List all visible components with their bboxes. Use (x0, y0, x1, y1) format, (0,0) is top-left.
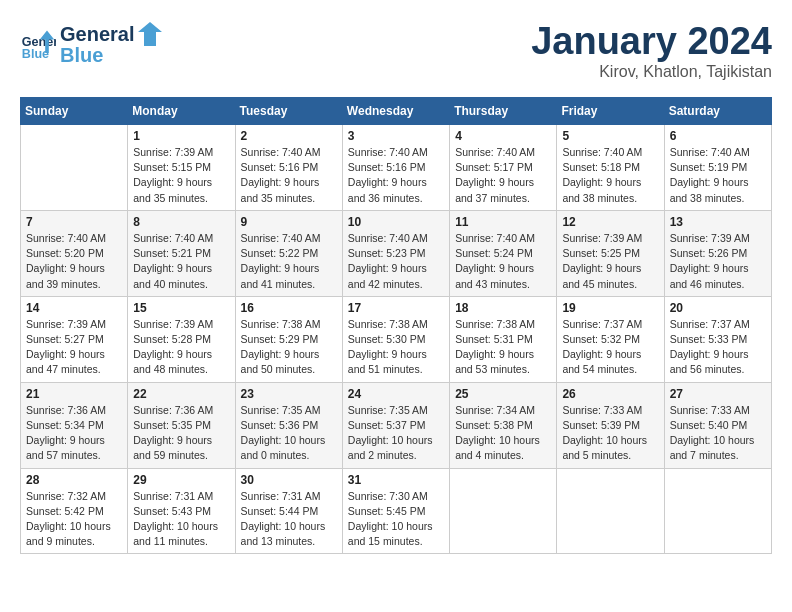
svg-text:Blue: Blue (22, 46, 49, 60)
day-info: Sunrise: 7:38 AMSunset: 5:29 PMDaylight:… (241, 318, 321, 376)
weekday-header-saturday: Saturday (664, 98, 771, 125)
day-number: 11 (455, 215, 551, 229)
day-info: Sunrise: 7:40 AMSunset: 5:20 PMDaylight:… (26, 232, 106, 290)
calendar-week-row: 21 Sunrise: 7:36 AMSunset: 5:34 PMDaylig… (21, 382, 772, 468)
weekday-header-tuesday: Tuesday (235, 98, 342, 125)
calendar-cell: 13 Sunrise: 7:39 AMSunset: 5:26 PMDaylig… (664, 210, 771, 296)
calendar-cell: 9 Sunrise: 7:40 AMSunset: 5:22 PMDayligh… (235, 210, 342, 296)
day-info: Sunrise: 7:37 AMSunset: 5:33 PMDaylight:… (670, 318, 750, 376)
calendar-cell: 6 Sunrise: 7:40 AMSunset: 5:19 PMDayligh… (664, 125, 771, 211)
day-info: Sunrise: 7:39 AMSunset: 5:28 PMDaylight:… (133, 318, 213, 376)
logo-arrow-icon (136, 20, 164, 48)
calendar-cell: 12 Sunrise: 7:39 AMSunset: 5:25 PMDaylig… (557, 210, 664, 296)
weekday-header-thursday: Thursday (450, 98, 557, 125)
calendar-cell: 27 Sunrise: 7:33 AMSunset: 5:40 PMDaylig… (664, 382, 771, 468)
day-number: 2 (241, 129, 337, 143)
day-info: Sunrise: 7:38 AMSunset: 5:31 PMDaylight:… (455, 318, 535, 376)
calendar-week-row: 28 Sunrise: 7:32 AMSunset: 5:42 PMDaylig… (21, 468, 772, 554)
day-info: Sunrise: 7:31 AMSunset: 5:44 PMDaylight:… (241, 490, 326, 548)
weekday-header-row: SundayMondayTuesdayWednesdayThursdayFrid… (21, 98, 772, 125)
calendar-cell: 11 Sunrise: 7:40 AMSunset: 5:24 PMDaylig… (450, 210, 557, 296)
day-info: Sunrise: 7:30 AMSunset: 5:45 PMDaylight:… (348, 490, 433, 548)
calendar-cell: 17 Sunrise: 7:38 AMSunset: 5:30 PMDaylig… (342, 296, 449, 382)
calendar-cell: 30 Sunrise: 7:31 AMSunset: 5:44 PMDaylig… (235, 468, 342, 554)
day-info: Sunrise: 7:33 AMSunset: 5:40 PMDaylight:… (670, 404, 755, 462)
day-info: Sunrise: 7:39 AMSunset: 5:26 PMDaylight:… (670, 232, 750, 290)
day-info: Sunrise: 7:40 AMSunset: 5:24 PMDaylight:… (455, 232, 535, 290)
calendar-table: SundayMondayTuesdayWednesdayThursdayFrid… (20, 97, 772, 554)
day-info: Sunrise: 7:31 AMSunset: 5:43 PMDaylight:… (133, 490, 218, 548)
weekday-header-wednesday: Wednesday (342, 98, 449, 125)
calendar-cell: 3 Sunrise: 7:40 AMSunset: 5:16 PMDayligh… (342, 125, 449, 211)
day-info: Sunrise: 7:35 AMSunset: 5:36 PMDaylight:… (241, 404, 326, 462)
calendar-cell: 29 Sunrise: 7:31 AMSunset: 5:43 PMDaylig… (128, 468, 235, 554)
calendar-cell: 20 Sunrise: 7:37 AMSunset: 5:33 PMDaylig… (664, 296, 771, 382)
calendar-cell: 25 Sunrise: 7:34 AMSunset: 5:38 PMDaylig… (450, 382, 557, 468)
day-info: Sunrise: 7:33 AMSunset: 5:39 PMDaylight:… (562, 404, 647, 462)
calendar-cell: 28 Sunrise: 7:32 AMSunset: 5:42 PMDaylig… (21, 468, 128, 554)
calendar-cell: 15 Sunrise: 7:39 AMSunset: 5:28 PMDaylig… (128, 296, 235, 382)
calendar-week-row: 1 Sunrise: 7:39 AMSunset: 5:15 PMDayligh… (21, 125, 772, 211)
calendar-cell: 23 Sunrise: 7:35 AMSunset: 5:36 PMDaylig… (235, 382, 342, 468)
day-number: 5 (562, 129, 658, 143)
day-info: Sunrise: 7:40 AMSunset: 5:16 PMDaylight:… (241, 146, 321, 204)
calendar-cell (21, 125, 128, 211)
day-info: Sunrise: 7:40 AMSunset: 5:23 PMDaylight:… (348, 232, 428, 290)
day-number: 28 (26, 473, 122, 487)
page-header: General Blue General Blue January 2024 K… (20, 20, 772, 81)
day-info: Sunrise: 7:36 AMSunset: 5:35 PMDaylight:… (133, 404, 213, 462)
calendar-cell (664, 468, 771, 554)
day-info: Sunrise: 7:36 AMSunset: 5:34 PMDaylight:… (26, 404, 106, 462)
calendar-cell: 14 Sunrise: 7:39 AMSunset: 5:27 PMDaylig… (21, 296, 128, 382)
day-number: 18 (455, 301, 551, 315)
day-info: Sunrise: 7:40 AMSunset: 5:22 PMDaylight:… (241, 232, 321, 290)
svg-marker-3 (138, 22, 162, 46)
calendar-cell: 7 Sunrise: 7:40 AMSunset: 5:20 PMDayligh… (21, 210, 128, 296)
calendar-cell: 31 Sunrise: 7:30 AMSunset: 5:45 PMDaylig… (342, 468, 449, 554)
calendar-cell (557, 468, 664, 554)
day-number: 25 (455, 387, 551, 401)
day-number: 19 (562, 301, 658, 315)
calendar-title-area: January 2024 Kirov, Khatlon, Tajikistan (531, 20, 772, 81)
calendar-cell: 10 Sunrise: 7:40 AMSunset: 5:23 PMDaylig… (342, 210, 449, 296)
day-number: 7 (26, 215, 122, 229)
day-number: 27 (670, 387, 766, 401)
day-number: 8 (133, 215, 229, 229)
logo-icon: General Blue (20, 26, 56, 62)
calendar-cell: 18 Sunrise: 7:38 AMSunset: 5:31 PMDaylig… (450, 296, 557, 382)
calendar-cell: 4 Sunrise: 7:40 AMSunset: 5:17 PMDayligh… (450, 125, 557, 211)
calendar-week-row: 7 Sunrise: 7:40 AMSunset: 5:20 PMDayligh… (21, 210, 772, 296)
calendar-cell: 5 Sunrise: 7:40 AMSunset: 5:18 PMDayligh… (557, 125, 664, 211)
day-number: 3 (348, 129, 444, 143)
day-info: Sunrise: 7:40 AMSunset: 5:16 PMDaylight:… (348, 146, 428, 204)
day-number: 26 (562, 387, 658, 401)
day-info: Sunrise: 7:39 AMSunset: 5:25 PMDaylight:… (562, 232, 642, 290)
day-number: 4 (455, 129, 551, 143)
calendar-cell: 1 Sunrise: 7:39 AMSunset: 5:15 PMDayligh… (128, 125, 235, 211)
location-title: Kirov, Khatlon, Tajikistan (531, 63, 772, 81)
weekday-header-sunday: Sunday (21, 98, 128, 125)
day-info: Sunrise: 7:40 AMSunset: 5:19 PMDaylight:… (670, 146, 750, 204)
logo: General Blue General Blue (20, 20, 164, 67)
calendar-cell: 19 Sunrise: 7:37 AMSunset: 5:32 PMDaylig… (557, 296, 664, 382)
day-number: 22 (133, 387, 229, 401)
day-info: Sunrise: 7:39 AMSunset: 5:15 PMDaylight:… (133, 146, 213, 204)
day-info: Sunrise: 7:38 AMSunset: 5:30 PMDaylight:… (348, 318, 428, 376)
day-info: Sunrise: 7:37 AMSunset: 5:32 PMDaylight:… (562, 318, 642, 376)
day-number: 24 (348, 387, 444, 401)
day-info: Sunrise: 7:32 AMSunset: 5:42 PMDaylight:… (26, 490, 111, 548)
day-info: Sunrise: 7:39 AMSunset: 5:27 PMDaylight:… (26, 318, 106, 376)
calendar-cell: 8 Sunrise: 7:40 AMSunset: 5:21 PMDayligh… (128, 210, 235, 296)
day-number: 12 (562, 215, 658, 229)
day-number: 10 (348, 215, 444, 229)
calendar-cell (450, 468, 557, 554)
day-number: 14 (26, 301, 122, 315)
calendar-cell: 2 Sunrise: 7:40 AMSunset: 5:16 PMDayligh… (235, 125, 342, 211)
logo-general: General (60, 23, 134, 46)
day-number: 21 (26, 387, 122, 401)
day-number: 23 (241, 387, 337, 401)
day-number: 1 (133, 129, 229, 143)
day-info: Sunrise: 7:40 AMSunset: 5:18 PMDaylight:… (562, 146, 642, 204)
calendar-cell: 22 Sunrise: 7:36 AMSunset: 5:35 PMDaylig… (128, 382, 235, 468)
day-number: 17 (348, 301, 444, 315)
